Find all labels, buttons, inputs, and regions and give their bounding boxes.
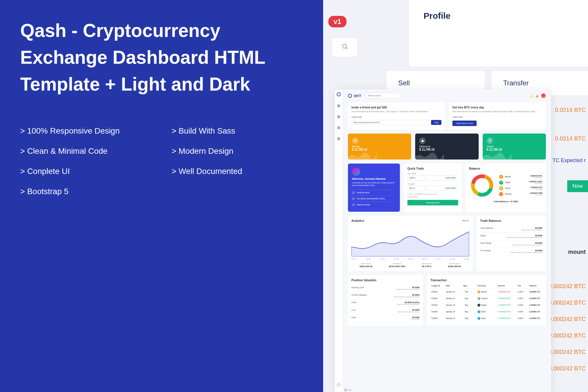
moon-icon[interactable]: 🌙 bbox=[530, 94, 533, 97]
snippet-text: mount bbox=[568, 249, 588, 255]
referral-url-input[interactable] bbox=[351, 120, 429, 125]
send-currency-select[interactable]: USD ▾ bbox=[407, 175, 425, 181]
promo-desc: Earn free bitcoins in rewards by complet… bbox=[452, 110, 542, 113]
rate-note: 1 USD = 0.000088 BTC Expected rate bbox=[407, 193, 458, 195]
exchange-button[interactable]: Exchange Now bbox=[407, 200, 458, 205]
arrow-up-icon: ↑ bbox=[463, 317, 464, 319]
table-header: Balance bbox=[529, 285, 542, 287]
coin-icon: D bbox=[477, 317, 480, 320]
analytics-card: Analytics Bitcoin Jan 01Jan 02Jan 03Jan … bbox=[348, 216, 473, 271]
trade-balance-item: Free Margin$0.0000Usable margin balance.… bbox=[480, 248, 542, 255]
copy-button[interactable]: Copy bbox=[431, 120, 441, 125]
nav-icon-tag[interactable] bbox=[337, 137, 340, 140]
coin-icon: ₿ bbox=[477, 290, 480, 293]
position-item: Profit$0.0000 (0.00%)Paper profit of all… bbox=[351, 300, 420, 307]
snippet-now: Now bbox=[567, 180, 588, 192]
snippet-btc-value: 0.000242 BTC bbox=[548, 299, 588, 306]
welcome-action-item[interactable]: Deposit money bbox=[352, 202, 396, 208]
nav-icon-home[interactable] bbox=[337, 104, 340, 107]
feature-item: > Build With Sass bbox=[172, 126, 242, 136]
coin-icon: D bbox=[477, 310, 480, 313]
snippet-btc-value: 0.000242 BTC bbox=[548, 332, 588, 339]
send-label: You Send bbox=[407, 172, 458, 175]
x-axis-label: Jan 04 bbox=[394, 258, 399, 260]
analytics-coin: Bitcoin bbox=[462, 219, 469, 222]
feature-item: > Conplete UI bbox=[20, 167, 120, 176]
position-item: Current Valuation$0.0000Paper valuation … bbox=[351, 292, 420, 300]
get-amount-input[interactable]: 0.0214 BTC bbox=[426, 186, 458, 191]
feature-item: > 100% Responsive Design bbox=[20, 126, 120, 136]
balance-item: ₿Bitcoin0.000242 BTC0.125 USD bbox=[499, 175, 542, 179]
power-icon[interactable] bbox=[337, 382, 341, 387]
table-row[interactable]: 523640January 15↓Sell₿Bitcoin-0.000242 B… bbox=[430, 289, 542, 295]
welcome-card: Welcome, Jannatul Maowa! Looks like you … bbox=[348, 164, 400, 212]
arrow-up-icon: ↑ bbox=[463, 304, 464, 306]
coin-card[interactable]: ₮Tether$ 11,785.10 bbox=[483, 134, 546, 160]
stat-item: All Time High$236,368.00 bbox=[448, 263, 461, 268]
coin-icon: ₿ bbox=[352, 138, 358, 144]
hero-panel: Qash - Cryptocurrency Exchange Dashboard… bbox=[0, 0, 323, 392]
snippet-btc-value: 0.000242 BTC bbox=[548, 283, 588, 290]
svg-point-0 bbox=[342, 44, 347, 48]
invite-button[interactable]: Invite friends to join bbox=[452, 121, 477, 126]
coin-icon: ꜩ bbox=[499, 186, 503, 190]
dashboard-preview: QKIT 🌙 🔔 Invite a friend and get $30 You… bbox=[335, 89, 551, 392]
coin-icon: Ł bbox=[477, 297, 480, 300]
quick-trade-title: Quick Trade bbox=[407, 167, 458, 170]
coin-icon: ₮ bbox=[499, 181, 503, 185]
brand[interactable]: QKIT bbox=[348, 94, 361, 98]
snippet-btc-value: 0.000242 BTC bbox=[548, 316, 588, 322]
search-input[interactable] bbox=[365, 93, 400, 98]
send-amount-input[interactable]: 0.0214 BTC bbox=[426, 175, 458, 181]
welcome-action-item[interactable]: Verify account bbox=[352, 190, 396, 196]
balance-item: ɱMonero0.000242 XMR0.05 USD bbox=[499, 192, 542, 196]
dashboard-header: QKIT 🌙 🔔 bbox=[348, 93, 546, 98]
get-currency-select[interactable]: BTC ▾ bbox=[407, 186, 425, 191]
balance-donut-chart bbox=[469, 172, 495, 198]
balance-item: ꜩTezos0.000242 XTZ0.125 USD bbox=[499, 186, 542, 190]
x-axis-label: Jan 08 bbox=[450, 258, 455, 260]
analytics-title: Analytics bbox=[351, 219, 364, 222]
x-axis-label: Jan 03 bbox=[379, 258, 385, 260]
search-button[interactable] bbox=[332, 37, 358, 57]
arrow-down-icon: ↓ bbox=[463, 291, 464, 293]
welcome-action-item[interactable]: Two-factor authentication (2FA) bbox=[352, 196, 396, 202]
x-axis-label: Jan 07 bbox=[436, 258, 441, 260]
x-axis-label: Jan 02 bbox=[366, 258, 371, 260]
promo-link[interactable]: Learn more bbox=[351, 116, 362, 118]
position-item: Fees$0.0000Current Fee bbox=[351, 315, 420, 322]
promo-link[interactable]: Learn more bbox=[452, 116, 463, 118]
stat-item: Marketcap$236.0258 USD bbox=[389, 263, 405, 268]
table-row[interactable]: 523640January 15↑Buy✕Ripple+0.000242 BTC… bbox=[430, 302, 542, 309]
position-item: Opening Cost$0.0000Original cost of all … bbox=[351, 285, 420, 292]
table-row[interactable]: 523640January 15↑BuyŁLitecoin+0.000242 B… bbox=[430, 295, 542, 302]
nav-icon-mail[interactable] bbox=[337, 126, 340, 129]
table-header: Amount bbox=[497, 285, 517, 287]
balance-title: Balance bbox=[469, 167, 542, 170]
quick-trade-card: Quick Trade You Send USD ▾ 0.0214 BTC Yo… bbox=[404, 164, 462, 212]
table-header: Currency bbox=[477, 285, 497, 287]
coin-name: Tether bbox=[487, 145, 542, 148]
table-row[interactable]: 523640January 15↑BuyDDash+0.000242 BTC0.… bbox=[430, 309, 542, 315]
table-header: Date bbox=[445, 285, 462, 287]
dashboard-sidebar bbox=[335, 89, 343, 392]
logo-icon[interactable] bbox=[337, 92, 341, 96]
snippet-value: 0.0214 BTC bbox=[555, 107, 588, 113]
table-row[interactable]: 523640January 15↑BuyDDash+0.000242 BTC0.… bbox=[430, 315, 542, 322]
promo-free-btc: Get free BTC every day Earn free bitcoin… bbox=[449, 102, 546, 130]
coin-card[interactable]: ◆Ethereum$ 11,785.10 bbox=[415, 134, 478, 160]
promo-desc: You will receive up to $30 when they: 1.… bbox=[351, 110, 441, 113]
footer-brand: Qkit bbox=[344, 389, 351, 391]
feature-item: > Well Documented bbox=[172, 167, 242, 176]
nav-icon-wallet[interactable] bbox=[337, 115, 340, 118]
stat-item: 24hr Volume$236,368.00 bbox=[359, 263, 372, 268]
coin-card[interactable]: ₿Bitcoin$ 11,785.10 bbox=[348, 134, 411, 160]
trade-balance-item: Equity$0.0000Trade balance combined with… bbox=[480, 233, 542, 240]
bullet-icon bbox=[352, 197, 355, 200]
avatar[interactable] bbox=[541, 93, 546, 98]
coin-icon: ɱ bbox=[499, 192, 503, 196]
snippet-btc-value: 0.000242 BTC bbox=[548, 349, 588, 355]
bullet-icon bbox=[352, 203, 355, 206]
bell-icon[interactable]: 🔔 bbox=[535, 94, 538, 97]
trade-balances-title: Trade Balances bbox=[480, 219, 542, 222]
